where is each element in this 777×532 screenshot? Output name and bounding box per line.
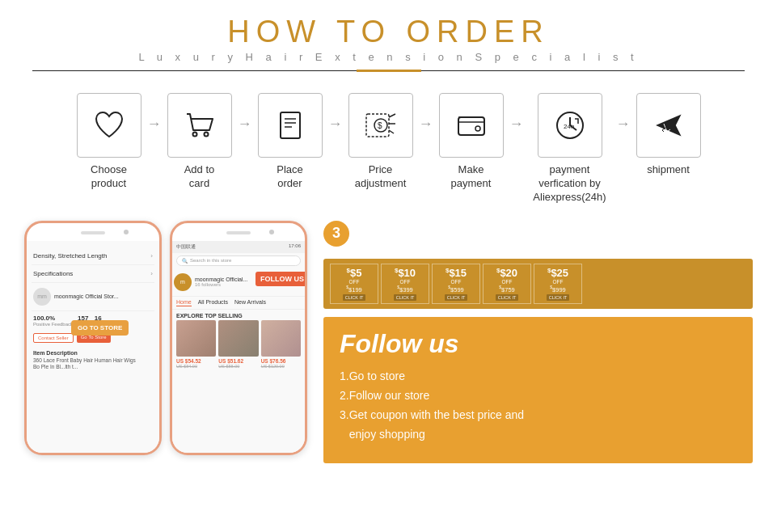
step-choose-product: Chooseproduct bbox=[73, 93, 146, 191]
header-divider bbox=[32, 70, 745, 72]
phone1-row-arrow1: › bbox=[150, 252, 153, 260]
phone2-product-1: US $54.52 US $84.00 bbox=[176, 320, 216, 369]
step-label-cart: Add tocard bbox=[184, 163, 215, 191]
phone2-product-img-3 bbox=[261, 320, 301, 357]
bottom-section: Density, Stretched Length › Specificatio… bbox=[0, 213, 777, 463]
phone1-store-name: moonmagic Official Stor... bbox=[54, 293, 119, 299]
step-label-payment: Makepayment bbox=[451, 163, 492, 191]
phone2-product-img-1 bbox=[176, 320, 216, 357]
phone1-store-info: mm moonmagic Official Stor... bbox=[32, 283, 154, 311]
phone1-avatar: mm bbox=[33, 288, 51, 306]
divider-line-right bbox=[421, 70, 745, 72]
coupon-2-click[interactable]: CLICK IT bbox=[394, 294, 417, 301]
coupon-5-click[interactable]: CLICK IT bbox=[547, 294, 570, 301]
coupon-3-click[interactable]: CLICK IT bbox=[445, 294, 468, 301]
coupon-3-off-label: OFF bbox=[451, 279, 462, 285]
coupon-1: $$5 OFF $$199 CLICK IT bbox=[330, 264, 378, 305]
follow-us-badge: FOLLOW US bbox=[255, 272, 307, 286]
phone2-avatar: m bbox=[174, 273, 192, 291]
step-icon-box-clock: 24h bbox=[538, 93, 602, 158]
step-payment-verification: 24h paymentverfication byAliexpress(24h) bbox=[526, 93, 614, 205]
page-subtitle: L u x u r y H a i r E x t e n s i o n S … bbox=[0, 51, 777, 63]
phone2-search[interactable]: 🔍 Search in this store bbox=[176, 255, 301, 266]
step-make-payment: Makepayment bbox=[435, 93, 508, 191]
arrow-5: → bbox=[509, 93, 524, 133]
arrow-6: → bbox=[616, 93, 631, 133]
coupon-4-click[interactable]: CLICK IT bbox=[496, 294, 519, 301]
svg-rect-12 bbox=[458, 117, 484, 135]
follow-list: 1.Go to store 2.Follow our store 3.Get c… bbox=[340, 367, 737, 444]
phone1-item-desc: Item Description bbox=[32, 346, 154, 357]
coupon-1-off: $$5 bbox=[347, 267, 362, 279]
svg-line-9 bbox=[389, 114, 395, 117]
step-label-verification: paymentverfication byAliexpress(24h) bbox=[533, 163, 606, 205]
coupon-2: $$10 OFF $$399 CLICK IT bbox=[381, 264, 429, 305]
phone1-row-spec: Specifications › bbox=[32, 265, 154, 283]
phone2-speaker bbox=[226, 231, 251, 234]
order-icon bbox=[272, 108, 308, 143]
phone2-nav-all[interactable]: All Products bbox=[198, 299, 228, 306]
step-icon-box-plane bbox=[636, 93, 701, 158]
step-label-order: Placeorder bbox=[277, 163, 303, 191]
step-label-shipment: shipment bbox=[647, 163, 690, 177]
phone1-contact-btn[interactable]: Contact Seller bbox=[33, 333, 74, 343]
goto-store-badge[interactable]: GO TO STORE bbox=[71, 320, 129, 336]
phone2-nav-home[interactable]: Home bbox=[176, 299, 192, 306]
phone2-products: US $54.52 US $84.00 US $51.62 US $88.00 … bbox=[172, 320, 305, 369]
step-shipment: shipment bbox=[632, 93, 705, 177]
coupon-4: $$20 OFF $$759 CLICK IT bbox=[483, 264, 531, 305]
follow-title: Follow us bbox=[340, 329, 737, 359]
phone2-nav-new[interactable]: New Arrivals bbox=[234, 299, 266, 306]
coupon-2-off: $$10 bbox=[395, 267, 416, 279]
phone1-feedback-pct: 100.0% bbox=[33, 315, 73, 322]
wallet-icon bbox=[454, 108, 489, 143]
step-add-to-card: Add tocard bbox=[163, 93, 236, 191]
coupon-1-off-label: OFF bbox=[349, 279, 360, 285]
coupon-5-over: $$999 bbox=[550, 285, 565, 293]
coupon-5-off: $$25 bbox=[547, 267, 568, 279]
step-icon-box-choose bbox=[77, 93, 141, 158]
steps-row: Chooseproduct → Add tocard → Placeorder … bbox=[0, 78, 777, 213]
coupon-5-off-label: OFF bbox=[553, 279, 564, 285]
divider-line-left bbox=[32, 70, 357, 72]
phone2-search-placeholder: Search in this store bbox=[190, 258, 231, 263]
coupons-row: $$5 OFF $$199 CLICK IT $$10 OFF $$399 CL… bbox=[323, 259, 753, 310]
phone1-content: Density, Stretched Length › Specificatio… bbox=[27, 241, 159, 453]
phone2-product-2: US $51.62 US $88.00 bbox=[218, 320, 258, 369]
coupon-4-over: $$759 bbox=[499, 285, 514, 293]
price-icon: $ bbox=[363, 108, 399, 143]
follow-step-1: 1.Go to store bbox=[340, 367, 737, 386]
arrow-4: → bbox=[419, 93, 433, 133]
phone1-positive-label: Positive Feedback bbox=[33, 322, 73, 327]
svg-line-11 bbox=[389, 130, 394, 133]
cart-icon bbox=[182, 108, 217, 143]
step-place-order: Placeorder bbox=[254, 93, 327, 191]
svg-text:24h: 24h bbox=[564, 123, 574, 130]
follow-card: Follow us 1.Go to store 2.Follow our sto… bbox=[323, 317, 753, 463]
step3-badge: 3 bbox=[323, 221, 349, 247]
svg-rect-2 bbox=[281, 112, 300, 138]
phone1-inner: Density, Stretched Length › Specificatio… bbox=[27, 241, 159, 378]
svg-text:$: $ bbox=[378, 121, 382, 130]
phone2-product-price-2: US $51.62 bbox=[218, 358, 258, 364]
phone1-density-label: Density, Stretched Length bbox=[33, 252, 107, 260]
coupon-3: $$15 OFF $$599 CLICK IT bbox=[432, 264, 480, 305]
phone2-mockup: 中国联通 17:06 🔍 Search in this store m moon… bbox=[170, 221, 307, 455]
coupon-1-click[interactable]: CLICK IT bbox=[343, 294, 366, 301]
phone2-product-img-2 bbox=[218, 320, 258, 357]
page-title: HOW TO ORDER bbox=[0, 15, 777, 49]
follow-step-2: 2.Follow our store bbox=[340, 386, 737, 406]
coupon-2-over: $$399 bbox=[397, 285, 412, 293]
coupon-4-off: $$20 bbox=[496, 267, 517, 279]
phone2-product-3: US $76.56 US $120.00 bbox=[261, 320, 301, 369]
divider-accent bbox=[357, 70, 421, 72]
right-section: 3 $$5 OFF $$199 CLICK IT $$10 OFF $$399 … bbox=[323, 221, 753, 463]
phone1-speaker bbox=[81, 231, 105, 234]
coupon-2-off-label: OFF bbox=[400, 279, 411, 285]
phone2-product-oldprice-2: US $88.00 bbox=[218, 364, 258, 369]
phone2-camera bbox=[269, 230, 274, 234]
step-icon-box-order bbox=[258, 93, 323, 158]
arrow-3: → bbox=[328, 93, 343, 133]
step-icon-box-price: $ bbox=[348, 93, 413, 158]
coupon-5: $$25 OFF $$999 CLICK IT bbox=[534, 264, 582, 305]
